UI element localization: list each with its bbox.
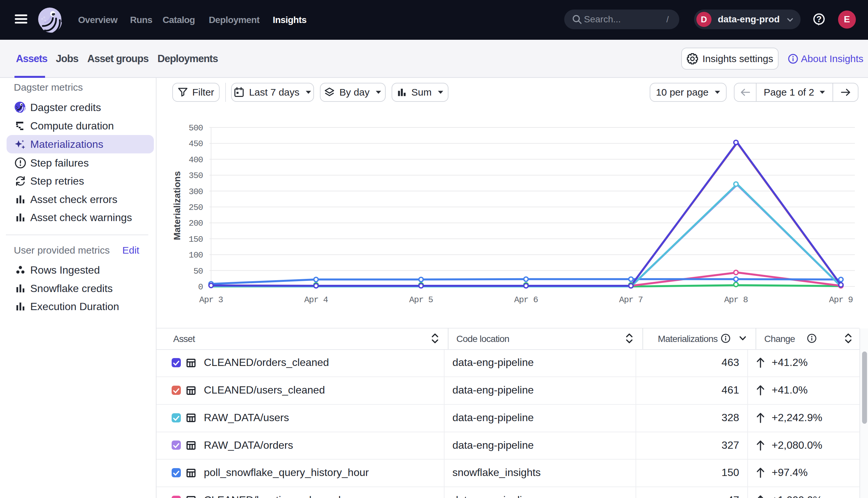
svg-text:150: 150 <box>189 235 203 245</box>
svg-text:200: 200 <box>189 219 203 228</box>
svg-text:Apr 4: Apr 4 <box>304 295 328 305</box>
svg-text:350: 350 <box>189 171 203 181</box>
svg-text:?: ? <box>816 14 822 24</box>
svg-text:300: 300 <box>189 187 203 197</box>
svg-text:Apr 9: Apr 9 <box>829 295 853 305</box>
svg-text:Apr 7: Apr 7 <box>619 295 643 305</box>
svg-text:Apr 6: Apr 6 <box>514 295 538 305</box>
svg-text:500: 500 <box>189 123 203 133</box>
svg-text:250: 250 <box>189 203 203 212</box>
svg-text:Materializations: Materializations <box>172 171 182 240</box>
svg-text:100: 100 <box>189 250 203 260</box>
svg-text:400: 400 <box>189 155 203 165</box>
svg-text:50: 50 <box>193 266 203 276</box>
svg-text:0: 0 <box>198 282 203 292</box>
svg-text:Apr 5: Apr 5 <box>409 295 433 305</box>
svg-text:Apr 8: Apr 8 <box>724 295 748 305</box>
svg-text:Apr 3: Apr 3 <box>199 295 223 305</box>
svg-text:450: 450 <box>189 139 203 149</box>
